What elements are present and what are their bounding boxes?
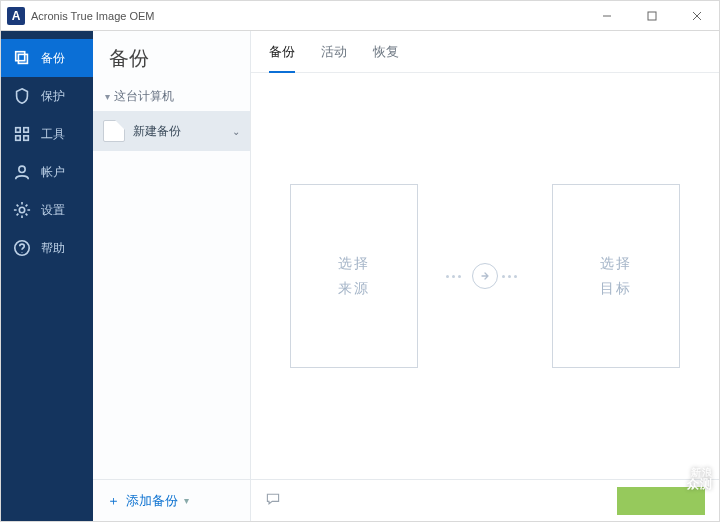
sidebar-item-settings[interactable]: 设置 xyxy=(1,191,93,229)
backup-list-panel: 备份 这台计算机 新建备份 ⌄ ＋ 添加备份 ▾ xyxy=(93,31,251,521)
sidebar-label: 保护 xyxy=(41,88,65,105)
sidebar-label: 备份 xyxy=(41,50,65,67)
titlebar: A Acronis True Image OEM xyxy=(0,0,720,30)
plus-icon: ＋ xyxy=(107,492,120,510)
sidebar-item-tools[interactable]: 工具 xyxy=(1,115,93,153)
add-backup-button[interactable]: ＋ 添加备份 ▾ xyxy=(93,479,250,521)
sidebar-item-protection[interactable]: 保护 xyxy=(1,77,93,115)
close-button[interactable] xyxy=(674,1,719,30)
panel-subhead[interactable]: 这台计算机 xyxy=(93,82,250,111)
main-panel: 备份 活动 恢复 选择 来源 选择 目标 xyxy=(251,31,719,521)
sidebar-item-account[interactable]: 帐户 xyxy=(1,153,93,191)
tabs: 备份 活动 恢复 xyxy=(251,31,719,73)
chevron-down-icon: ⌄ xyxy=(232,126,240,137)
sidebar-label: 帮助 xyxy=(41,240,65,257)
arrow-right-icon xyxy=(472,263,498,289)
svg-rect-8 xyxy=(16,136,21,141)
dest-l1: 选择 xyxy=(600,251,632,276)
file-icon xyxy=(103,120,125,142)
sidebar-label: 设置 xyxy=(41,202,65,219)
tab-recovery[interactable]: 恢复 xyxy=(373,43,399,72)
backup-icon xyxy=(13,49,31,67)
gear-icon xyxy=(13,201,31,219)
user-icon xyxy=(13,163,31,181)
sidebar-item-help[interactable]: 帮助 xyxy=(1,229,93,267)
arrow-divider xyxy=(446,263,524,289)
svg-rect-7 xyxy=(24,128,29,133)
dest-l2: 目标 xyxy=(600,276,632,301)
sidebar-label: 帐户 xyxy=(41,164,65,181)
app-title: Acronis True Image OEM xyxy=(31,10,155,22)
svg-rect-9 xyxy=(24,136,29,141)
sidebar: 备份 保护 工具 帐户 设置 帮助 xyxy=(1,31,93,521)
svg-rect-6 xyxy=(16,128,21,133)
backup-item-label: 新建备份 xyxy=(133,123,181,140)
select-destination-box[interactable]: 选择 目标 xyxy=(552,184,680,368)
comment-icon[interactable] xyxy=(265,491,281,511)
source-l1: 选择 xyxy=(338,251,370,276)
help-icon xyxy=(13,239,31,257)
tab-backup[interactable]: 备份 xyxy=(269,43,295,73)
start-button[interactable] xyxy=(617,487,705,515)
svg-rect-1 xyxy=(648,12,656,20)
grid-icon xyxy=(13,125,31,143)
svg-rect-4 xyxy=(18,54,27,63)
svg-point-10 xyxy=(19,166,25,172)
svg-point-11 xyxy=(19,207,24,212)
add-backup-label: 添加备份 xyxy=(126,492,178,510)
minimize-button[interactable] xyxy=(584,1,629,30)
backup-list-item[interactable]: 新建备份 ⌄ xyxy=(93,111,250,151)
app-icon: A xyxy=(7,7,25,25)
sidebar-label: 工具 xyxy=(41,126,65,143)
shield-icon xyxy=(13,87,31,105)
select-source-box[interactable]: 选择 来源 xyxy=(290,184,418,368)
sidebar-item-backup[interactable]: 备份 xyxy=(1,39,93,77)
chevron-down-icon: ▾ xyxy=(184,495,189,506)
tab-activity[interactable]: 活动 xyxy=(321,43,347,72)
maximize-button[interactable] xyxy=(629,1,674,30)
source-l2: 来源 xyxy=(338,276,370,301)
svg-rect-5 xyxy=(16,52,25,61)
footer-bar xyxy=(251,479,719,521)
panel-header: 备份 xyxy=(93,31,250,82)
